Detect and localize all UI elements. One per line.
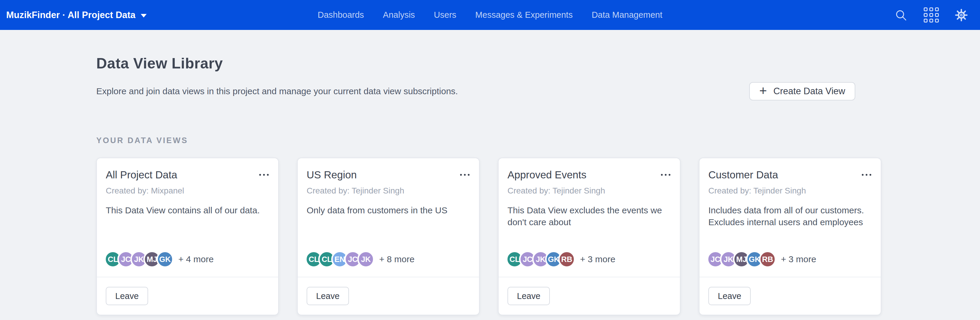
- more-members-label: + 3 more: [781, 254, 816, 264]
- card-description: Includes data from all of our customers.…: [708, 204, 872, 251]
- project-switcher[interactable]: MuzikFinder · All Project Data: [6, 10, 146, 21]
- nav-item-analysis[interactable]: Analysis: [383, 10, 415, 20]
- member-avatar-row: JC JK MJ GK RB + 3 more: [708, 251, 872, 268]
- leave-button[interactable]: Leave: [508, 287, 550, 305]
- card-header: All Project Data: [106, 169, 269, 181]
- card-header: Approved Events: [508, 169, 671, 181]
- leave-button[interactable]: Leave: [106, 287, 148, 305]
- more-options-icon[interactable]: [259, 172, 269, 178]
- nav-item-users[interactable]: Users: [434, 10, 457, 20]
- nav-item-messages-experiments[interactable]: Messages & Experiments: [475, 10, 573, 20]
- card-created-by: Created by: Mixpanel: [106, 186, 269, 196]
- plus-icon: +: [759, 84, 767, 97]
- main-nav: Dashboards Analysis Users Messages & Exp…: [318, 0, 662, 30]
- create-data-view-label: Create Data View: [773, 86, 845, 97]
- card-body: Customer Data Created by: Tejinder Singh…: [700, 158, 881, 277]
- leave-button[interactable]: Leave: [307, 287, 349, 305]
- nav-item-data-management[interactable]: Data Management: [592, 10, 662, 20]
- search-icon[interactable]: [894, 8, 908, 22]
- member-avatar-row: CL JC JK GK RB + 3 more: [508, 251, 671, 268]
- card-footer: Leave: [298, 277, 479, 315]
- topbar-icon-group: [894, 8, 968, 22]
- avatar: RB: [558, 251, 575, 268]
- apps-grid-icon[interactable]: [924, 8, 938, 22]
- subtitle-row: Explore and join data views in this proj…: [96, 82, 881, 100]
- avatar: RB: [759, 251, 776, 268]
- card-title: All Project Data: [106, 169, 177, 181]
- avatar: GK: [156, 251, 173, 268]
- nav-item-dashboards[interactable]: Dashboards: [318, 10, 364, 20]
- more-members-label: + 8 more: [379, 254, 414, 264]
- member-avatar-row: CL CL EN JC JK + 8 more: [307, 251, 470, 268]
- card-description: This Data View excludes the events we do…: [508, 204, 671, 251]
- member-avatar-row: CL JC JK MJ GK + 4 more: [106, 251, 269, 268]
- card-footer: Leave: [97, 277, 278, 315]
- more-members-label: + 4 more: [178, 254, 213, 264]
- more-options-icon[interactable]: [861, 172, 872, 178]
- card-created-by: Created by: Tejinder Singh: [508, 186, 671, 196]
- project-switcher-label: MuzikFinder · All Project Data: [6, 10, 135, 21]
- chevron-down-icon: [141, 14, 146, 18]
- more-options-icon[interactable]: [660, 172, 671, 178]
- card-footer: Leave: [499, 277, 680, 315]
- data-view-card-us-region: US Region Created by: Tejinder Singh Onl…: [297, 158, 480, 315]
- card-title: US Region: [307, 169, 357, 181]
- data-view-card-all-project-data: All Project Data Created by: Mixpanel Th…: [96, 158, 279, 315]
- create-data-view-button[interactable]: + Create Data View: [749, 82, 855, 100]
- card-created-by: Created by: Tejinder Singh: [708, 186, 872, 196]
- top-navigation-bar: MuzikFinder · All Project Data Dashboard…: [0, 0, 980, 30]
- card-footer: Leave: [700, 277, 881, 315]
- card-body: All Project Data Created by: Mixpanel Th…: [97, 158, 278, 277]
- page-subtitle: Explore and join data views in this proj…: [96, 86, 458, 96]
- data-view-library-page: Data View Library Explore and join data …: [96, 30, 881, 315]
- settings-gear-icon[interactable]: [955, 8, 968, 22]
- page-title: Data View Library: [96, 55, 881, 72]
- data-view-card-customer-data: Customer Data Created by: Tejinder Singh…: [699, 158, 881, 315]
- leave-button[interactable]: Leave: [708, 287, 751, 305]
- card-description: Only data from customers in the US: [307, 204, 470, 251]
- card-header: Customer Data: [708, 169, 872, 181]
- more-members-label: + 3 more: [580, 254, 615, 264]
- card-title: Customer Data: [708, 169, 778, 181]
- card-created-by: Created by: Tejinder Singh: [307, 186, 470, 196]
- card-title: Approved Events: [508, 169, 587, 181]
- card-body: Approved Events Created by: Tejinder Sin…: [499, 158, 680, 277]
- card-body: US Region Created by: Tejinder Singh Onl…: [298, 158, 479, 277]
- more-options-icon[interactable]: [460, 172, 470, 178]
- data-view-card-approved-events: Approved Events Created by: Tejinder Sin…: [498, 158, 681, 315]
- your-data-views-section-label: YOUR DATA VIEWS: [96, 136, 881, 145]
- card-header: US Region: [307, 169, 470, 181]
- card-description: This Data View contains all of our data.: [106, 204, 269, 251]
- avatar: JK: [357, 251, 374, 268]
- data-view-card-grid: All Project Data Created by: Mixpanel Th…: [96, 158, 881, 315]
